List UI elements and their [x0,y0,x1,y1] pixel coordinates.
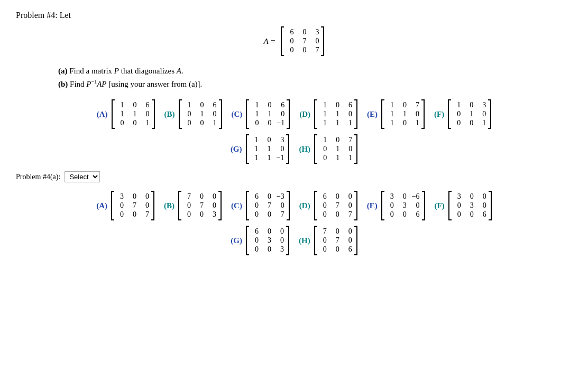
problem-parts: (a) Find a matrix P that diagonalizes A.… [58,67,572,89]
problem-4a-select[interactable]: Select A B C D E F G H [65,171,100,182]
choice-F: (F)103010001 [434,99,491,129]
part-b-choices-row1: (A)300070007(B)700070003(C)60−3070007(D)… [16,191,572,220]
part-a-text: (a) Find a matrix P that diagonalizes A. [58,67,572,76]
title-bold: Problem #4: [16,11,58,20]
part-b-choices-row2: (G)600030003(H)700070006 [16,226,572,255]
choice-E: (E)107110101 [367,99,425,129]
choice-C: (C)60−3070007 [231,191,290,220]
part-a-choices-row1: (A)106110001(B)106010001(C)10611000−1(D)… [16,99,572,129]
choice-H: (H)700070006 [299,226,357,255]
choice-D: (D)106110111 [299,99,357,129]
matrix-A-display: A = 603070007 [16,26,572,56]
choice-A: (A)300070007 [96,191,154,220]
choice-D: (D)600070007 [299,191,357,220]
matrix-A-label: A = [264,37,276,46]
problem-title: Problem #4: Let [16,11,572,20]
problem-4a-label: Problem #4(a): [16,173,60,181]
choice-G: (G)10311011−1 [231,134,290,164]
choice-C: (C)10611000−1 [232,99,290,129]
part-a-choices-row2: (G)10311011−1(H)107010011 [16,134,572,164]
title-rest: Let [58,11,71,20]
choice-A: (A)106110001 [97,99,155,129]
choice-G: (G)600030003 [231,226,289,255]
choice-E: (E)30−6030006 [367,191,425,220]
choice-H: (H)107010011 [299,134,357,164]
part-b-text: (b) Find P−1AP [using your answer from (… [58,79,572,89]
problem-4a-line: Problem #4(a): Select A B C D E F G H [16,171,572,182]
choice-F: (F)300030006 [435,191,492,220]
choice-B: (B)106010001 [164,99,222,129]
choice-B: (B)700070003 [164,191,222,220]
matrix-A: 603070007 [281,26,324,56]
